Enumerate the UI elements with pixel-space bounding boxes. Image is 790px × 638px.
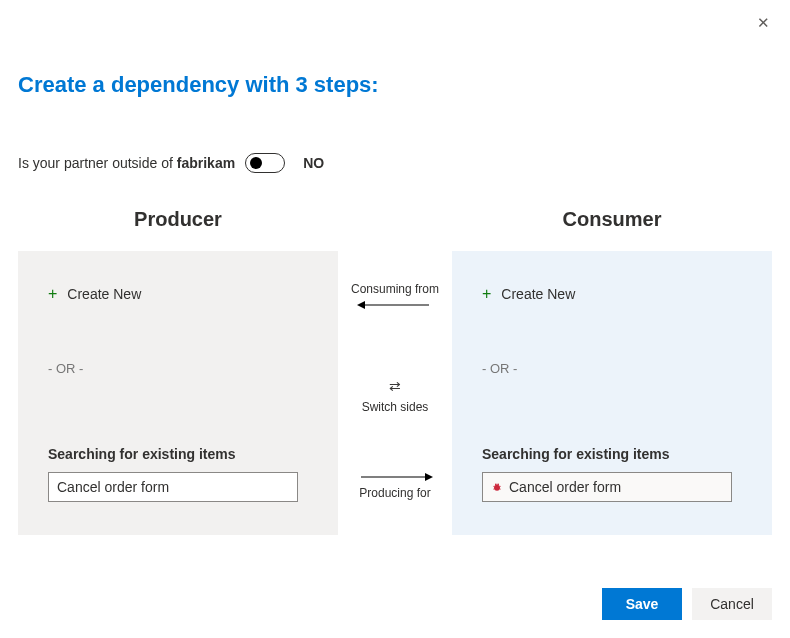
producer-title: Producer [18,208,338,231]
partner-label: Is your partner outside of fabrikam [18,155,235,171]
swap-icon: ⇄ [389,378,401,394]
plus-icon: + [482,285,491,303]
producing-label: Producing for [359,486,430,500]
svg-marker-3 [425,473,433,481]
close-button[interactable]: ✕ [757,15,770,30]
producer-create-label: Create New [67,286,141,302]
svg-marker-1 [357,301,365,309]
bug-icon [491,481,503,493]
producer-search-input[interactable]: Cancel order form [48,472,298,502]
consumer-search-input[interactable]: Cancel order form [482,472,732,502]
consuming-label: Consuming from [351,282,439,296]
dependency-columns: Producer + Create New - OR - Searching f… [0,173,790,535]
producing-for-block: Producing for [355,472,435,504]
producer-search-heading: Searching for existing items [48,446,308,462]
org-name: fabrikam [177,155,235,171]
consumer-search-value: Cancel order form [509,479,621,495]
svg-point-5 [495,483,497,485]
partner-outside-toggle[interactable] [245,153,285,173]
producer-column: Producer + Create New - OR - Searching f… [18,208,338,535]
plus-icon: + [48,285,57,303]
consumer-column: Consumer + Create New - OR - Searching f… [452,208,772,535]
dialog-footer: Save Cancel [602,588,772,620]
consumer-or: - OR - [482,361,742,376]
close-icon: ✕ [757,14,770,31]
consumer-create-new[interactable]: + Create New [482,285,742,303]
switch-sides-label: Switch sides [362,400,429,414]
consumer-search-heading: Searching for existing items [482,446,742,462]
page-title: Create a dependency with 3 steps: [0,0,790,98]
consuming-from-block: Consuming from [351,282,439,310]
save-button[interactable]: Save [602,588,682,620]
producer-create-new[interactable]: + Create New [48,285,308,303]
producer-or: - OR - [48,361,308,376]
partner-outside-row: Is your partner outside of fabrikam NO [0,98,790,173]
cancel-button[interactable]: Cancel [692,588,772,620]
consumer-create-label: Create New [501,286,575,302]
switch-sides-button[interactable]: ⇄ Switch sides [362,378,429,414]
arrow-right-icon [355,472,435,482]
consumer-panel: + Create New - OR - Searching for existi… [452,251,772,535]
middle-column: Consuming from ⇄ Switch sides Producing … [338,208,452,504]
arrow-left-icon [355,300,435,310]
producer-panel: + Create New - OR - Searching for existi… [18,251,338,535]
svg-point-6 [497,483,499,485]
toggle-knob [250,157,262,169]
svg-point-4 [494,485,500,491]
toggle-status: NO [303,155,324,171]
producer-search-value: Cancel order form [57,479,169,495]
consumer-title: Consumer [452,208,772,231]
